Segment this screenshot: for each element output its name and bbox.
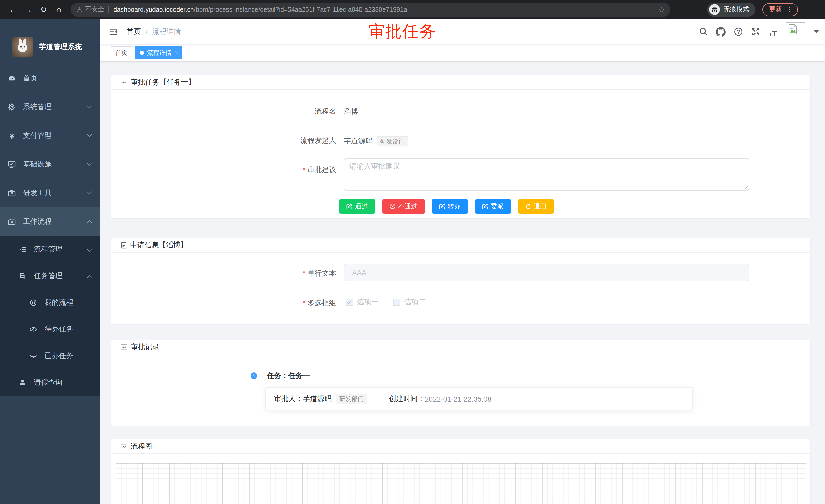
circle-close-icon — [389, 203, 395, 209]
sidebar-item-label: 工作流程 — [23, 217, 52, 226]
delegate-button[interactable]: 委派 — [475, 199, 511, 214]
picture-icon — [121, 443, 128, 450]
app-logo — [12, 37, 33, 57]
chevron-down-icon — [87, 103, 92, 108]
checkbox-label: 选项二 — [404, 298, 426, 307]
approval-actions: 通过 不通过 转办 委派 — [339, 199, 554, 214]
sidebar-item-label: 支付管理 — [23, 131, 52, 140]
page-content: 审批任务【任务一】 流程名 滔博 流程发起人 芋道源码 研发部门 — [100, 62, 825, 504]
initiator-value: 芋道源码 研发部门 — [344, 136, 408, 147]
app-logo-row[interactable]: 芋道管理系统 — [0, 19, 100, 64]
sidebar-fold-icon[interactable] — [108, 26, 119, 36]
list-icon — [18, 245, 27, 254]
return-button[interactable]: 退回 — [518, 199, 554, 214]
url-host: dashboard.yudao.iocoder.cn — [114, 6, 194, 13]
font-size-icon[interactable]: TT — [768, 27, 778, 36]
chevron-up-icon — [87, 275, 92, 280]
tab-process-detail[interactable]: 流程详情 × — [135, 46, 183, 60]
reject-button[interactable]: 不通过 — [382, 199, 425, 214]
chevron-down-icon — [87, 132, 92, 137]
edit-icon — [347, 203, 353, 209]
sidebar-item-my-process[interactable]: 我的流程 — [0, 289, 100, 316]
sidebar-item-system[interactable]: 系统管理 — [0, 93, 100, 121]
url-bar[interactable]: ⚠ 不安全 dashboard.yudao.iocoder.cn/bpm/pro… — [71, 2, 670, 17]
workflow-submenu: 流程管理 任务管理 我的流程 — [0, 236, 100, 396]
active-tab-dot — [140, 51, 144, 55]
browser-forward-button[interactable]: → — [20, 2, 36, 17]
approve-button[interactable]: 通过 — [339, 199, 375, 214]
card-header: 流程图 — [111, 439, 810, 454]
checkbox-option-2[interactable]: 选项二 — [393, 298, 426, 307]
tab-home[interactable]: 首页 — [111, 46, 132, 60]
sidebar-item-label: 请假查询 — [34, 378, 63, 387]
sidebar-item-devtools[interactable]: 研发工具 — [0, 179, 100, 207]
help-icon[interactable]: ? — [733, 27, 743, 36]
required-mark: * — [303, 299, 305, 307]
timeline-clock-icon — [250, 372, 258, 380]
browser-update-button[interactable]: 更新 ⋮ — [762, 3, 798, 16]
gear-icon — [8, 103, 16, 111]
breadcrumb-current: 流程详情 — [152, 27, 181, 36]
sidebar-item-home[interactable]: 首页 — [0, 64, 100, 93]
undo-icon — [525, 203, 531, 209]
record-detail-card: 审批人： 芋道源码 研发部门 创建时间： 2022-01-21 22:35:08 — [266, 387, 693, 410]
browser-menu-icon[interactable]: ⋮ — [786, 6, 793, 13]
sidebar-item-leave-query[interactable]: 请假查询 — [0, 369, 100, 396]
browser-home-button[interactable]: ⌂ — [51, 2, 67, 17]
dept-tag: 研发部门 — [335, 394, 367, 404]
chevron-down-icon — [87, 247, 92, 252]
field-label: *审批建议 — [303, 165, 336, 175]
breadcrumb: 首页 / 流程详情 — [127, 27, 181, 36]
sidebar-item-label: 流程管理 — [34, 245, 63, 254]
browser-back-button[interactable]: ← — [5, 2, 20, 17]
avatar[interactable] — [785, 22, 805, 41]
briefcase-icon — [8, 189, 16, 197]
single-line-text-input[interactable] — [344, 264, 749, 281]
briefcase-icon — [8, 218, 16, 226]
button-label: 退回 — [534, 202, 546, 211]
chevron-down-icon — [87, 161, 92, 166]
field-label: *多选框组 — [303, 299, 336, 308]
annotation-title: 审批任务 — [300, 22, 505, 40]
fullscreen-icon[interactable] — [751, 27, 760, 36]
omnibox-divider — [108, 6, 109, 13]
github-icon[interactable] — [716, 27, 726, 36]
tree-icon — [18, 272, 27, 280]
sidebar: 芋道管理系统 首页 系统管理 ¥ 支付管理 — [0, 19, 100, 504]
chevron-down-icon — [87, 189, 92, 194]
sidebar-item-todo-tasks[interactable]: 待办任务 — [0, 316, 100, 343]
checkbox-unchecked-icon[interactable] — [393, 299, 400, 306]
sidebar-item-task-mgmt[interactable]: 任务管理 — [0, 263, 100, 289]
sidebar-item-payment[interactable]: ¥ 支付管理 — [0, 121, 100, 150]
bookmark-star-icon[interactable]: ☆ — [658, 5, 665, 14]
checkbox-option-1[interactable]: 选项一 — [346, 298, 379, 307]
breadcrumb-home-link[interactable]: 首页 — [127, 27, 141, 36]
security-label[interactable]: 不安全 — [85, 5, 104, 14]
eye-closed-icon — [29, 352, 38, 360]
approval-record-card: 审批记录 任务：任务一 审批人： 芋道源码 研发部门 创建时间： 2022-01… — [111, 340, 811, 426]
suggestion-textarea[interactable] — [344, 158, 749, 190]
field-label: 流程名 — [315, 107, 336, 116]
avatar-caret-icon[interactable] — [814, 30, 819, 33]
tab-close-icon[interactable]: × — [175, 50, 178, 56]
search-icon[interactable] — [698, 27, 708, 36]
sidebar-item-label: 已办任务 — [45, 351, 73, 360]
browser-reload-button[interactable]: ↻ — [36, 2, 51, 17]
sidebar-item-infra[interactable]: 基础设施 — [0, 150, 100, 179]
checkbox-checked-icon[interactable] — [346, 299, 353, 306]
document-icon — [121, 242, 127, 249]
textarea-resize-handle[interactable] — [743, 184, 748, 189]
card-header: 申请信息【滔博】 — [111, 238, 810, 253]
button-label: 通过 — [355, 202, 368, 211]
sidebar-item-label: 任务管理 — [34, 271, 63, 281]
bpmn-canvas[interactable] — [116, 463, 806, 504]
browser-chrome: ← → ↻ ⌂ ⚠ 不安全 dashboard.yudao.iocoder.cn… — [0, 0, 825, 19]
card-title: 审批记录 — [131, 342, 159, 352]
transfer-button[interactable]: 转办 — [432, 199, 468, 214]
sidebar-item-process-mgmt[interactable]: 流程管理 — [0, 236, 100, 263]
sidebar-item-workflow[interactable]: 工作流程 — [0, 207, 100, 236]
button-label: 委派 — [491, 202, 504, 211]
url-path: /bpm/process-instance/detail?id=54aa251f… — [194, 6, 407, 13]
sidebar-item-done-tasks[interactable]: 已办任务 — [0, 343, 100, 369]
task-title: 任务：任务一 — [267, 371, 310, 381]
